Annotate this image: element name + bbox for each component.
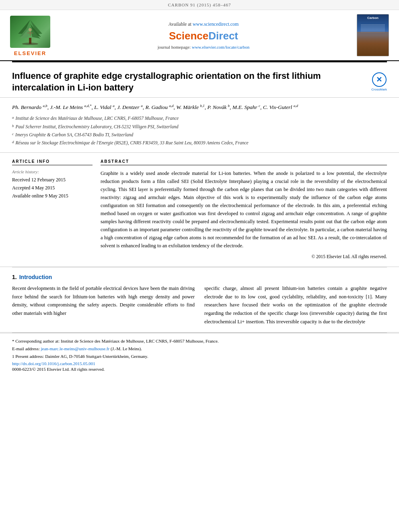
svg-point-8 [29, 28, 32, 31]
email-link[interactable]: jean-marc.le-meins@univ-mulhouse.fr [41, 346, 109, 351]
abstract-header: ABSTRACT [101, 159, 387, 165]
intro-left-column: Recent developments in the field of port… [12, 284, 195, 326]
introduction-columns: Recent developments in the field of port… [12, 284, 387, 326]
elsevier-tree-image [10, 16, 50, 48]
info-abstract-section: ARTICLE INFO Article history: Received 1… [0, 153, 399, 267]
article-info-header: ARTICLE INFO [12, 159, 93, 165]
elsevier-logo: ELSEVIER [8, 14, 52, 56]
journal-reference-bar: CARBON 91 (2015) 458–467 [0, 0, 399, 10]
affiliation-b: b Paul Scherrer Institut, Electrochemist… [12, 123, 387, 131]
affil-c-text: Imerys Graphite & Carbon SA, CH-6743 Bod… [15, 131, 133, 139]
crossmark-icon: ✕ [376, 75, 382, 84]
abstract-body: Graphite is a widely used anode electrod… [101, 169, 387, 260]
authors-section: Ph. Bernardo a,b, J.-M. Le Meins a,d,*, … [0, 98, 399, 152]
abstract-panel: ABSTRACT Graphite is a widely used anode… [101, 159, 387, 260]
affil-b-text: Paul Scherrer Institut, Electrochemistry… [16, 123, 179, 131]
issn-line: 0008-6223/© 2015 Elsevier Ltd. All right… [12, 367, 387, 372]
paper-title: Influence of graphite edge crystallograp… [12, 70, 342, 93]
sciencedirect-url[interactable]: www.sciencedirect.com [193, 21, 239, 27]
copyright-line: © 2015 Elsevier Ltd. All rights reserved… [101, 253, 387, 260]
present-address-footnote: 1 Present address: Daimler AG, D-70546 S… [12, 353, 387, 360]
cover-thumbnail: Carbon [357, 14, 389, 56]
doi-link[interactable]: http://dx.doi.org/10.1016/j.carbon.2015.… [12, 361, 387, 366]
available-online-date: Available online 9 May 2015 [12, 192, 93, 200]
introduction-heading: 1.Introduction [12, 274, 387, 280]
crossmark-badge[interactable]: ✕ CrossMark [371, 72, 387, 91]
footnotes-section: * Corresponding author at: Institut de S… [0, 333, 399, 376]
paper-title-section: Influence of graphite edge crystallograp… [0, 62, 399, 98]
intro-right-column: specific charge, almost all present lith… [204, 284, 387, 326]
journal-reference: CARBON 91 (2015) 458–467 [168, 2, 231, 7]
crossmark-circle: ✕ [372, 72, 387, 87]
introduction-section: 1.Introduction Recent developments in th… [0, 267, 399, 333]
corresponding-author-footnote: * Corresponding author at: Institut de S… [12, 337, 387, 345]
affiliation-c: c Imerys Graphite & Carbon SA, CH-6743 B… [12, 131, 387, 139]
article-history-label: Article history: [12, 169, 93, 174]
affiliations-list: a Institut de Science des Matériaux de M… [12, 115, 387, 147]
email-suffix: (J.-M. Le Meins). [111, 346, 142, 351]
section-number: 1. [12, 274, 17, 280]
article-info-panel: ARTICLE INFO Article history: Received 1… [12, 159, 93, 260]
journal-info-center: Available at www.sciencedirect.com Scien… [56, 14, 351, 56]
affil-d-text: Réseau sur le Stockage Electrochimique d… [16, 139, 249, 147]
abstract-paragraph: Graphite is a widely used anode electrod… [101, 169, 387, 250]
email-label: E-mail address: [12, 346, 40, 351]
affiliation-a: a Institut de Science des Matériaux de M… [12, 115, 387, 123]
sciencedirect-logo: ScienceDirect [169, 30, 238, 42]
carbon-cover-image: Carbon [355, 14, 391, 56]
available-at-text: Available at www.sciencedirect.com [169, 21, 239, 27]
accepted-date: Accepted 4 May 2015 [12, 184, 93, 192]
intro-right-text: specific charge, almost all present lith… [204, 284, 387, 326]
doi-anchor[interactable]: http://dx.doi.org/10.1016/j.carbon.2015.… [12, 361, 95, 366]
journal-homepage-url[interactable]: www.elsevier.com/locate/carbon [192, 45, 249, 49]
journal-homepage-line: journal homepage: www.elsevier.com/locat… [158, 45, 249, 49]
affil-a-text: Institut de Science des Matériaux de Mul… [16, 115, 179, 123]
authors-list: Ph. Bernardo a,b, J.-M. Le Meins a,d,*, … [12, 103, 387, 111]
cover-journal-name: Carbon [367, 16, 378, 20]
email-footnote: E-mail address: jean-marc.le-meins@univ-… [12, 345, 387, 353]
elsevier-brand-name: ELSEVIER [14, 50, 46, 56]
crossmark-label: CrossMark [371, 88, 387, 91]
journal-header: ELSEVIER Available at www.sciencedirect.… [0, 10, 399, 61]
svg-point-1 [22, 43, 38, 45]
intro-left-text: Recent developments in the field of port… [12, 284, 195, 318]
received-date: Received 12 February 2015 [12, 176, 93, 184]
introduction-title: Introduction [19, 274, 52, 280]
affiliation-d: d Réseau sur le Stockage Electrochimique… [12, 139, 387, 147]
